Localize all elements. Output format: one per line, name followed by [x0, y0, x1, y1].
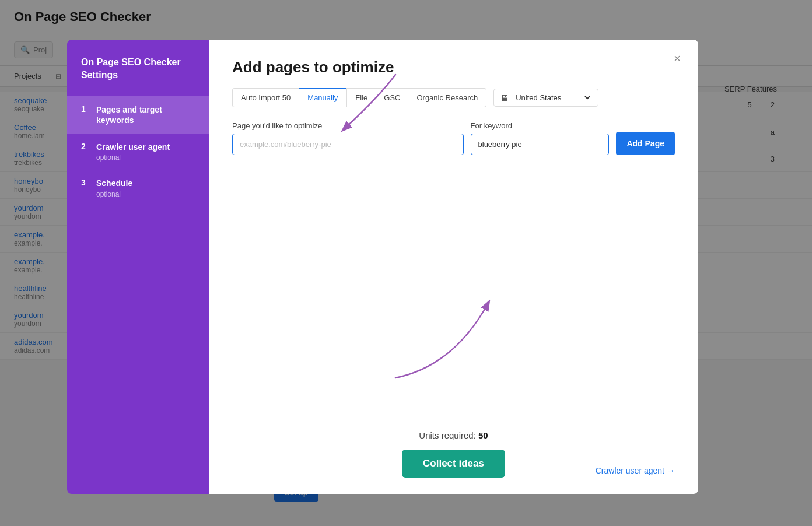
close-button[interactable]: × [668, 49, 687, 68]
crawler-user-agent-link[interactable]: Crawler user agent → [596, 466, 675, 475]
sidebar-item-pages[interactable]: 1 Pages and target keywords [67, 96, 209, 134]
sidebar-item-num-3: 3 [81, 178, 90, 187]
add-page-button[interactable]: Add Page [616, 132, 675, 155]
tab-gsc[interactable]: GSC [376, 88, 408, 107]
sidebar-item-crawler[interactable]: 2 Crawler user agent optional [67, 134, 209, 170]
tab-file[interactable]: File [346, 88, 376, 107]
page-url-input[interactable] [232, 134, 464, 155]
sidebar-title: On Page SEO Checker Settings [67, 56, 209, 96]
arrow-right-icon: → [667, 466, 675, 475]
monitor-icon: 🖥 [500, 93, 509, 103]
collect-ideas-button[interactable]: Collect ideas [402, 450, 505, 478]
sidebar-item-schedule[interactable]: 3 Schedule optional [67, 170, 209, 206]
sidebar-item-label-3: Schedule [96, 178, 132, 188]
import-tabs-row: Auto Import 50 Manually File GSC Organic… [232, 88, 675, 107]
keyword-label: For keyword [471, 121, 610, 130]
page-keyword-form: Page you'd like to optimize For keyword … [232, 121, 675, 155]
tab-organic-research[interactable]: Organic Research [408, 88, 487, 107]
tab-auto-import[interactable]: Auto Import 50 [232, 88, 299, 107]
keyword-group: For keyword [471, 121, 610, 155]
tab-manually[interactable]: Manually [299, 88, 346, 107]
sidebar-item-sub-2: optional [96, 153, 170, 162]
page-url-label: Page you'd like to optimize [232, 121, 464, 130]
sidebar-item-num-1: 1 [81, 104, 90, 114]
sidebar-item-num-2: 2 [81, 142, 90, 151]
sidebar-item-label-2: Crawler user agent [96, 142, 170, 152]
settings-sidebar: On Page SEO Checker Settings 1 Pages and… [67, 40, 209, 494]
modal-title: Add pages to optimize [232, 58, 675, 76]
sidebar-item-sub-3: optional [96, 190, 132, 198]
decorative-arrows-svg [209, 40, 698, 494]
units-required-text: Units required: 50 [419, 430, 488, 440]
country-dropdown[interactable]: United States United Kingdom Canada Aust… [513, 93, 592, 103]
keyword-input[interactable] [471, 134, 610, 155]
sidebar-item-label-1: Pages and target keywords [96, 104, 195, 125]
add-pages-modal: × Add pages to optimize Auto Import 50 M… [209, 40, 698, 494]
page-url-group: Page you'd like to optimize [232, 121, 464, 155]
country-selector[interactable]: 🖥 United States United Kingdom Canada Au… [494, 89, 598, 107]
